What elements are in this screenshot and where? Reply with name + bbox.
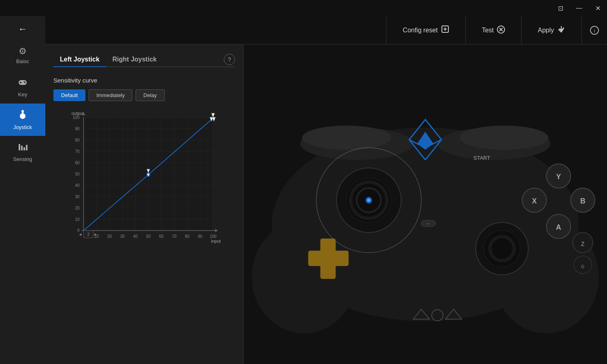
content-area: Left Joystick Right Joystick ? Sensitivi… [45, 44, 607, 364]
svg-text:20: 20 [75, 206, 80, 210]
svg-text:Z: Z [581, 241, 585, 247]
svg-text:Y: Y [556, 173, 561, 181]
sidebar-item-joystick[interactable]: Joystick [0, 104, 45, 136]
topbar-spacer [45, 16, 386, 44]
sidebar-label-basic: Baisc [16, 58, 29, 64]
svg-text:START: START [473, 155, 490, 161]
svg-text:X: X [532, 197, 537, 205]
svg-point-79 [252, 220, 357, 333]
close-button[interactable]: ✕ [588, 0, 607, 16]
svg-text:40: 40 [133, 234, 138, 239]
svg-text:20: 20 [107, 234, 112, 239]
svg-text:►: ► [94, 232, 98, 237]
config-reset-icon [441, 25, 449, 35]
svg-rect-10 [23, 147, 25, 150]
controller-image: START Y X B [244, 44, 607, 364]
svg-text:G: G [581, 264, 585, 269]
svg-text:50: 50 [146, 234, 151, 239]
svg-point-83 [302, 125, 391, 150]
titlebar: ⊡ — ✕ [0, 0, 607, 16]
svg-text:−: − [427, 221, 429, 226]
controller-panel: START Y X B [244, 44, 607, 364]
test-label: Test [482, 27, 494, 34]
sensitivity-chart: output [53, 109, 235, 356]
svg-text:◄: ◄ [79, 232, 83, 237]
sensing-icon [18, 142, 28, 154]
apply-button[interactable]: Apply [522, 16, 582, 44]
svg-rect-101 [308, 251, 349, 266]
svg-text:60: 60 [159, 234, 164, 239]
svg-text:30: 30 [120, 234, 125, 239]
svg-text:70: 70 [75, 149, 80, 154]
gamepad-icon [18, 78, 28, 90]
svg-text:100: 100 [210, 234, 216, 239]
curve-btn-immediately[interactable]: Immediately [89, 89, 132, 101]
curve-btn-default[interactable]: Default [53, 89, 85, 101]
section-title: Sensitivity curve [53, 77, 235, 84]
svg-text:90: 90 [198, 234, 203, 239]
left-panel: Left Joystick Right Joystick ? Sensitivi… [45, 44, 244, 364]
gear-icon: ⚙ [19, 46, 27, 57]
svg-rect-9 [21, 146, 23, 150]
svg-text:B: B [580, 197, 586, 205]
restore-button[interactable]: ⊡ [551, 0, 570, 16]
main-layout: ← ⚙ Baisc Key [0, 16, 607, 364]
svg-text:100: 100 [73, 115, 80, 120]
sidebar-label-key: Key [18, 91, 27, 97]
svg-point-95 [367, 199, 370, 202]
svg-marker-40 [215, 229, 218, 232]
help-button[interactable]: ? [224, 54, 235, 65]
joystick-icon [17, 110, 28, 123]
svg-text:i: i [594, 28, 595, 34]
svg-point-7 [21, 110, 24, 112]
svg-point-84 [460, 125, 549, 150]
sidebar-item-key[interactable]: Key [0, 71, 45, 104]
svg-text:80: 80 [185, 234, 190, 239]
svg-rect-2 [20, 82, 21, 83]
svg-text:10: 10 [75, 217, 80, 222]
curve-btn-delay[interactable]: Delay [136, 89, 164, 101]
window-controls: ⊡ — ✕ [551, 0, 607, 16]
sidebar-item-basic[interactable]: ⚙ Baisc [0, 39, 45, 71]
sidebar-item-sensing[interactable]: Sensing [0, 136, 45, 168]
tab-left-joystick[interactable]: Left Joystick [53, 53, 106, 67]
minimize-button[interactable]: — [570, 0, 588, 16]
svg-text:60: 60 [75, 161, 80, 165]
svg-text:50: 50 [75, 172, 80, 176]
svg-text:input: input [211, 239, 221, 243]
topbar: Config reset Test [45, 16, 607, 44]
sidebar: ← ⚙ Baisc Key [0, 16, 45, 364]
sidebar-label-sensing: Sensing [13, 156, 32, 162]
svg-text:70: 70 [172, 234, 177, 239]
svg-text:90: 90 [75, 127, 80, 131]
svg-marker-70 [212, 113, 215, 117]
tab-right-joystick[interactable]: Right Joystick [106, 53, 163, 67]
test-button[interactable]: Test [466, 16, 522, 44]
svg-text:2: 2 [87, 232, 90, 237]
svg-point-4 [25, 82, 26, 83]
svg-point-115 [432, 309, 443, 321]
sidebar-label-joystick: Joystick [13, 124, 32, 130]
svg-rect-8 [19, 144, 20, 150]
apply-label: Apply [538, 27, 554, 34]
svg-text:40: 40 [75, 183, 80, 188]
config-reset-label: Config reset [403, 27, 437, 34]
svg-point-69 [148, 174, 149, 176]
apply-icon [557, 25, 565, 35]
joystick-tabs: Left Joystick Right Joystick ? [53, 53, 235, 67]
svg-rect-11 [26, 145, 28, 150]
back-button[interactable]: ← [0, 19, 45, 39]
info-button[interactable]: i [582, 16, 607, 44]
svg-text:80: 80 [75, 138, 80, 142]
svg-text:A: A [556, 223, 561, 231]
test-icon [497, 25, 505, 35]
curve-buttons: Default Immediately Delay [53, 89, 235, 101]
config-reset-button[interactable]: Config reset [386, 16, 465, 44]
svg-text:30: 30 [75, 195, 80, 199]
